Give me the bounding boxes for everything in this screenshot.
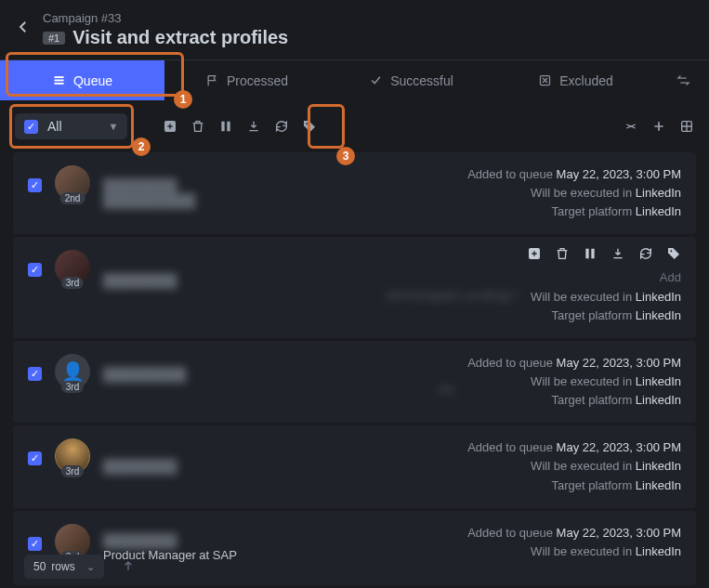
annotation-step-2: 2	[132, 137, 151, 156]
degree-badge: 3rd	[61, 277, 84, 289]
avatar: 2nd	[55, 165, 90, 201]
rows-per-page[interactable]: 50 rows ⌄	[24, 555, 104, 579]
tab-queue[interactable]: Queue	[0, 60, 164, 100]
degree-badge: 2nd	[60, 192, 85, 204]
status-tabs: Queue Processed Successful Excluded	[0, 59, 709, 100]
select-all-label: All	[47, 119, 62, 134]
row-delete-icon[interactable]	[555, 246, 570, 261]
flag-icon	[205, 73, 219, 87]
row-checkbox[interactable]: ✓	[28, 367, 42, 381]
campaign-label: Campaign #33	[43, 11, 694, 25]
annotation-step-3: 3	[336, 147, 355, 165]
avatar: 3rd	[55, 438, 90, 474]
scroll-top-button[interactable]	[121, 558, 136, 576]
row-actions	[527, 246, 681, 261]
card-meta: Added to queue May 22, 2023, 3:00 PM Wil…	[467, 354, 681, 410]
select-all-dropdown[interactable]: ✓ All ▼	[15, 113, 127, 139]
collapse-icon[interactable]	[624, 119, 638, 134]
row-checkbox[interactable]: ✓	[28, 263, 42, 277]
card-meta: Added to queue May 22, 2023, 3:00 PM Wil…	[467, 524, 681, 572]
bulk-toolbar: ✓ All ▼	[0, 100, 709, 152]
profile-card[interactable]: ✓ 3rd ████████ Added to queue May 22, 20…	[13, 425, 696, 507]
row-download-icon[interactable]	[611, 246, 625, 261]
row-checkbox[interactable]: ✓	[28, 178, 42, 192]
degree-badge: 3rd	[61, 381, 84, 393]
rows-label: rows	[51, 560, 74, 573]
row-move-icon[interactable]	[583, 246, 597, 261]
svg-point-8	[670, 251, 672, 253]
tab-more[interactable]	[658, 60, 709, 100]
add-icon[interactable]	[163, 119, 177, 134]
tab-successful[interactable]: Successful	[329, 60, 493, 100]
card-meta: Added to queue May 22, 2023, 3:00 PM Wil…	[467, 438, 681, 494]
profile-card[interactable]: ✓ 👤 3rd █████████nts Added to queue May …	[13, 341, 696, 423]
card-meta: Added to queue May 22, 2023, 3:00 PM Wil…	[467, 165, 681, 221]
avatar: 👤 3rd	[55, 354, 90, 389]
move-icon[interactable]	[218, 119, 233, 134]
svg-rect-1	[54, 80, 63, 82]
select-all-checkbox[interactable]: ✓	[24, 120, 38, 134]
check-icon	[369, 73, 383, 87]
chevron-down-icon: ⌄	[86, 561, 95, 573]
excluded-icon	[538, 73, 552, 87]
step-badge: #1	[43, 32, 65, 45]
grid-icon[interactable]	[679, 119, 694, 134]
avatar: 3rd	[55, 250, 90, 285]
tab-label: Processed	[227, 73, 288, 88]
tab-label: Queue	[73, 73, 112, 88]
rows-value: 50	[33, 560, 46, 573]
page-title: Visit and extract profiles	[72, 27, 288, 48]
svg-point-5	[307, 123, 309, 124]
row-add-icon[interactable]	[527, 246, 542, 261]
queue-icon	[52, 73, 66, 87]
row-checkbox[interactable]: ✓	[28, 451, 42, 465]
avatar: 3rd	[55, 524, 90, 559]
plus-icon[interactable]	[651, 119, 666, 134]
tab-label: Excluded	[559, 73, 613, 88]
download-icon[interactable]	[246, 119, 261, 134]
back-button[interactable]	[15, 11, 32, 40]
refresh-icon[interactable]	[274, 119, 289, 134]
tag-icon[interactable]	[302, 119, 317, 134]
profile-subtitle: Product Manager at SAP	[103, 548, 454, 562]
degree-badge: 3rd	[61, 465, 84, 477]
svg-rect-2	[54, 83, 63, 85]
delete-icon[interactable]	[190, 119, 205, 134]
tab-excluded[interactable]: Excluded	[493, 60, 658, 100]
swap-icon	[676, 73, 690, 87]
tab-label: Successful	[390, 73, 453, 88]
card-meta: Add Will be executed in LinkedIn Target …	[531, 250, 681, 324]
svg-rect-0	[54, 76, 63, 78]
row-checkbox[interactable]: ✓	[28, 537, 42, 551]
row-refresh-icon[interactable]	[638, 246, 653, 261]
row-tag-icon[interactable]	[666, 246, 681, 261]
annotation-step-1: 1	[174, 90, 192, 109]
profile-card[interactable]: ✓ 3rd ████████shFin(Digital Lending) l A…	[13, 237, 696, 337]
chevron-down-icon: ▼	[109, 121, 119, 132]
profile-card[interactable]: ✓ 2nd ██████████████████ Added to queue …	[13, 152, 696, 234]
